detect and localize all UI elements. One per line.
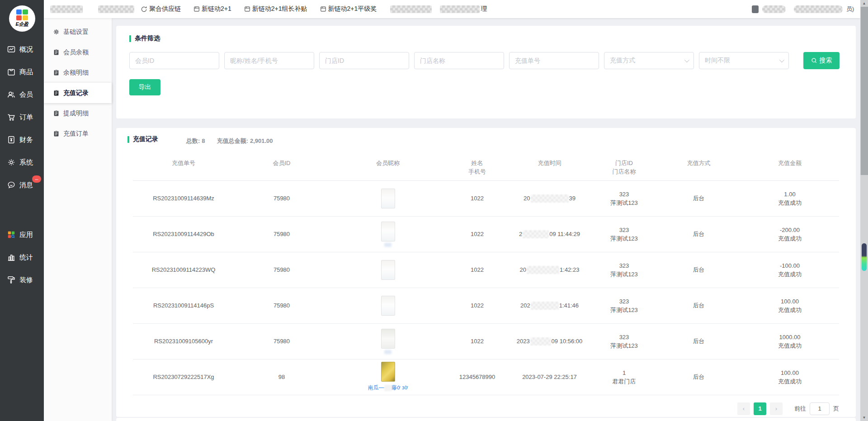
cell-order-no: RS20231009114639Mz <box>133 194 234 203</box>
top-navbar: 聚合供应链 新链动2+1 新链动2+1组长补贴 新链动2+1平级奖 理 员) <box>44 0 860 18</box>
sidebar-item-decorate[interactable]: 装修 <box>0 269 44 291</box>
cell-member-id: 75980 <box>234 194 329 203</box>
scrollbar-down-arrow[interactable]: ▼ <box>860 414 868 421</box>
sidebar-item-label: 概况 <box>19 45 33 54</box>
cell-time: 202309 10:56:00 <box>508 337 591 345</box>
cell-method: 后台 <box>657 301 741 310</box>
stats-icon <box>7 253 16 262</box>
scrollbar-up-arrow[interactable]: ▲ <box>860 0 868 7</box>
sidebar-item-label: 订单 <box>19 113 33 122</box>
user-role-redacted[interactable] <box>794 5 843 13</box>
nav-tab-supply-chain[interactable]: 聚合供应链 <box>141 5 181 13</box>
cell-time: 2021:41:46 <box>508 301 591 310</box>
sidebar-item-apps[interactable]: 应用 <box>0 223 44 246</box>
cell-store: 323萍测试123 <box>591 333 657 350</box>
table-row: RS20231009114146pS 75980 1022 2021:41:46… <box>133 288 839 324</box>
submenu-item-label: 提成明细 <box>63 109 89 118</box>
nav-redacted-item[interactable] <box>390 5 432 13</box>
sidebar-item-overview[interactable]: 概况 <box>0 38 44 61</box>
cell-amount: -200.00充值成功 <box>741 226 839 243</box>
scrollbar-thumb[interactable] <box>860 7 868 175</box>
submenu-item-basic-settings[interactable]: 基础设置 <box>44 22 112 42</box>
filter-title-text: 条件筛选 <box>135 34 160 43</box>
floating-widget[interactable] <box>861 243 867 271</box>
chevron-down-icon <box>779 57 784 62</box>
cell-phone: 12345678990 <box>447 373 508 381</box>
nickname-redaction-blur <box>384 385 392 391</box>
submenu-item-balance-detail[interactable]: 余额明细 <box>44 62 112 83</box>
sidebar-item-finance[interactable]: 财务 <box>0 128 44 151</box>
submenu-item-member-balance[interactable]: 会员余额 <box>44 42 112 62</box>
nav-tab-chain-2plus1[interactable]: 新链动2+1 <box>193 5 231 13</box>
table-row: RS20231009114429Ob 75980 1022 209 11:44:… <box>133 217 839 252</box>
store-id-input[interactable] <box>319 52 409 69</box>
filter-row: 充值方式 时间不限 搜索 <box>129 52 840 69</box>
vertical-scrollbar[interactable]: ▲ ▼ <box>860 0 868 421</box>
col-header-time: 充值时间 <box>508 159 591 176</box>
sidebar-item-orders[interactable]: 订单 <box>0 106 44 128</box>
sidebar-item-system[interactable]: 系统 <box>0 151 44 174</box>
time-range-select[interactable]: 时间不限 <box>699 52 789 69</box>
nav-redacted-item[interactable] <box>98 5 134 13</box>
cell-order-no: RS20231009105600yr <box>133 337 234 345</box>
brand-logo[interactable]: E企盈 <box>9 5 35 32</box>
total-label: 总数: <box>186 137 200 144</box>
sidebar-item-messages[interactable]: 消息 ... <box>0 174 44 196</box>
pagination-page-1[interactable]: 1 <box>754 402 766 415</box>
user-name-redacted[interactable] <box>762 5 786 13</box>
nickname-redaction-blur <box>384 350 392 354</box>
submenu-item-label: 余额明细 <box>63 69 89 77</box>
submenu-item-recharge-orders[interactable]: 充值订单 <box>44 123 112 144</box>
table-row: RS20231009114223WQ 75980 1022 201:42:23 … <box>133 252 839 288</box>
nav-tab-leader-subsidy[interactable]: 新链动2+1组长补贴 <box>244 5 307 13</box>
cell-amount: 100.00充值成功 <box>741 369 839 386</box>
user-avatar[interactable] <box>752 5 759 13</box>
member-avatar <box>381 296 395 316</box>
export-button[interactable]: 导出 <box>129 79 160 95</box>
select-placeholder: 充值方式 <box>610 57 635 65</box>
cell-phone: 1022 <box>447 194 508 203</box>
search-button[interactable]: 搜索 <box>803 52 840 69</box>
submenu-item-recharge-records[interactable]: 充值记录 <box>44 83 112 103</box>
nav-redacted-admin-item[interactable]: 理 <box>440 5 487 13</box>
table-row: RS20230729222517Xg 98 南瓜—藤ớ зờ 123456789… <box>133 360 839 395</box>
submenu-item-commission-detail[interactable]: 提成明细 <box>44 103 112 123</box>
recharge-method-select[interactable]: 充值方式 <box>604 52 694 69</box>
cell-phone: 1022 <box>447 337 508 345</box>
nav-redaction-blur <box>440 5 480 13</box>
secondary-sidebar: 基础设置 会员余额 余额明细 充值记录 提成明细 充值订单 <box>44 18 112 421</box>
nav-redacted-item[interactable] <box>50 5 83 13</box>
col-header-name-phone: 姓名手机号 <box>447 159 508 176</box>
title-accent-bar <box>127 136 129 143</box>
store-name-input[interactable] <box>414 52 504 69</box>
sidebar-item-members[interactable]: 会员 <box>0 83 44 106</box>
app-root: E企盈 概况 商品 会员 订单 财务 系统 消息 ... <box>0 0 868 421</box>
overview-icon <box>7 45 16 54</box>
cell-amount: -100.00充值成功 <box>741 261 839 279</box>
member-nickname-link[interactable]: 南瓜—藤ớ зờ <box>368 383 408 392</box>
cell-store: 323萍测试123 <box>591 297 657 314</box>
member-avatar <box>381 189 395 208</box>
cell-phone: 1022 <box>447 230 508 238</box>
sidebar-item-label: 商品 <box>19 68 33 76</box>
member-id-input[interactable] <box>129 52 219 69</box>
sidebar-item-label: 消息 <box>19 181 33 189</box>
cell-order-no: RS20230729222517Xg <box>133 373 234 381</box>
time-redaction-blur <box>531 302 559 310</box>
goto-page-input[interactable] <box>810 402 830 415</box>
nickname-redaction-blur <box>384 243 392 247</box>
pagination-next-button[interactable]: › <box>770 402 783 415</box>
pagination-prev-button[interactable]: ‹ <box>737 402 750 415</box>
nav-tab-level-bonus[interactable]: 新链动2+1平级奖 <box>320 5 377 13</box>
filter-card: 条件筛选 充值方式 时间不限 搜索 导出 <box>116 26 856 118</box>
nickname-name-phone-input[interactable] <box>224 52 314 69</box>
apps-icon <box>7 230 16 239</box>
table-header: 充值单号 会员ID 会员昵称 姓名手机号 充值时间 门店ID门店名称 充值方式 … <box>133 153 839 181</box>
recharge-order-no-input[interactable] <box>509 52 599 69</box>
sidebar-item-goods[interactable]: 商品 <box>0 61 44 83</box>
member-avatar <box>381 362 395 382</box>
submenu-item-label: 充值记录 <box>63 89 89 97</box>
sidebar-item-stats[interactable]: 统计 <box>0 246 44 269</box>
cell-nickname: 南瓜—藤ớ зờ <box>329 362 447 392</box>
time-redaction-blur <box>523 230 549 238</box>
